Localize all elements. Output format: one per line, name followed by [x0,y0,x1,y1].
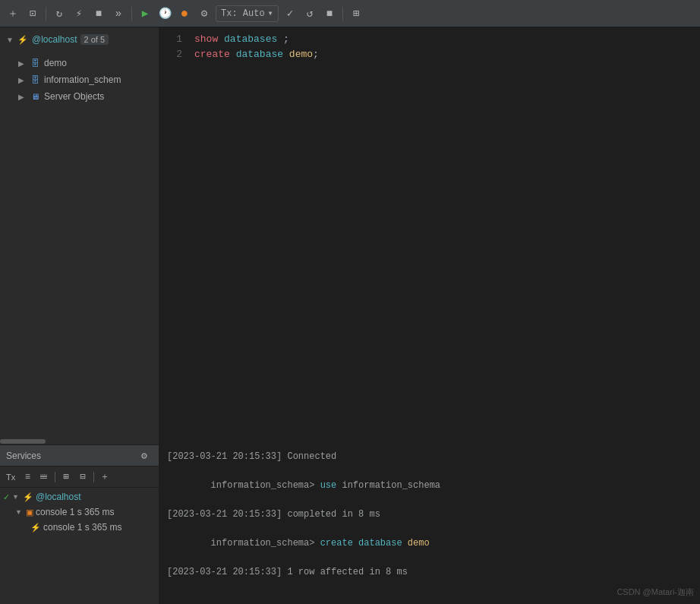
demo-label: demo [44,58,67,68]
sidebar-scrollbar[interactable] [0,438,159,444]
console-prompt-2: information_schema> [211,538,320,549]
toolbar-sep-2 [131,7,132,21]
more-button[interactable]: » [110,5,127,22]
line-num-2: 2 [159,47,182,62]
add-button[interactable]: ＋ [5,5,21,22]
svc-console-child-label: console 1 s 365 ms [43,522,121,533]
layout-button[interactable]: ⊟ [75,470,90,485]
sidebar-scrollbar-thumb [0,439,46,444]
console-content[interactable]: [2023-03-21 20:15:33] Connected informat… [159,445,700,604]
record-button[interactable]: ● [176,5,193,22]
stop2-button[interactable]: ■ [321,5,338,22]
console-db-name: demo [402,538,430,549]
console-rest-1: information_schema [336,480,440,491]
server-icon: 🖥 [29,90,41,103]
code-line-2: ✓ create database demo; [194,47,692,62]
align-top-button[interactable]: ≡ [20,470,35,485]
svc-host-label: @localhost [36,492,81,502]
console-kw-use: use [320,480,337,491]
host-label: @localhost [32,34,77,45]
tree-area: ▶ 🗄 demo ▶ 🗄 information_schem ▶ 🖥 Serve… [0,52,159,438]
code-databases: databases [224,32,277,47]
db-icon-info: 🗄 [29,74,41,86]
code-line-1: show databases ; [194,32,692,47]
host-arrow: ▼ [6,36,15,44]
services-tree: ✓ ▼ ⚡ @localhost ▼ ▣ console 1 s 365 ms … [0,488,159,604]
check-button[interactable]: ✓ [282,5,298,22]
run-button[interactable]: ▶ [137,5,153,22]
console-prompt-1: information_schema> [211,480,320,491]
db-icon-demo: 🗄 [29,57,41,69]
toolbar-sep-1 [46,7,46,21]
svc-console-child-item[interactable]: ⚡ console 1 s 365 ms [0,520,159,535]
server-objects-label: Server Objects [44,91,104,102]
refresh-button[interactable]: ↻ [51,5,68,22]
services-panel: Services ⚙ Tx ≡ ⩸ ⊞ ⊟ ＋ ✓ ▼ ⚡ @localhost… [0,445,159,604]
grid-button[interactable]: ⊡ [24,5,41,22]
info-schema-arrow: ▶ [18,76,27,84]
svc-console-arrow: ▼ [15,508,24,516]
console-panel: [2023-03-21 20:15:33] Connected informat… [159,445,700,604]
svc-check-icon: ✓ [3,492,10,502]
tx-dropdown[interactable]: Tx: Auto ▾ [216,5,279,22]
console-line-4: information_schema> create database demo [167,522,692,565]
host-icon: ⚡ [17,33,29,46]
host-item[interactable]: ▼ ⚡ @localhost 2 of 5 [6,33,109,46]
svc-host-arrow: ▼ [12,493,21,501]
demo-arrow: ▶ [18,59,27,68]
code-show: show [194,32,218,47]
console-line-2: information_schema> use information_sche… [167,464,692,508]
svc-console-item[interactable]: ▼ ▣ console 1 s 365 ms [0,504,159,520]
services-gear-button[interactable]: ⚙ [136,447,153,464]
svc-console-child-icon: ⚡ [30,523,41,533]
code-database: database [236,47,283,62]
tree-item-server-objects[interactable]: ▶ 🖥 Server Objects [0,88,159,105]
services-title: Services [6,451,41,461]
gear-button[interactable]: ⚙ [196,5,213,22]
svc-sep-1 [55,472,55,482]
watermark: CSDN @Matari-迦南 [616,587,694,598]
stop-button[interactable]: ■ [90,5,107,22]
server-objects-arrow: ▶ [18,93,27,101]
info-schema-label: information_schem [44,74,121,85]
tree-item-demo[interactable]: ▶ 🗄 demo [0,55,159,71]
main-area: ▼ ⚡ @localhost 2 of 5 ▶ 🗄 demo ▶ 🗄 infor… [0,27,700,444]
sidebar: ▼ ⚡ @localhost 2 of 5 ▶ 🗄 demo ▶ 🗄 infor… [0,27,159,444]
host-badge: 2 of 5 [80,34,109,45]
console-line-5: [2023-03-21 20:15:33] 1 row affected in … [167,565,692,580]
add-svc-button[interactable]: ＋ [97,470,112,485]
split-button[interactable]: ⊞ [58,470,74,485]
editor-content[interactable]: 1 2 show databases ; ✓ create database d… [159,27,700,444]
svc-console-label: console 1 s 365 ms [36,507,114,517]
tx-label: Tx: Auto [221,8,265,19]
code-demo: demo [289,47,313,62]
services-header: Services ⚙ [0,445,159,466]
svc-host-item[interactable]: ✓ ▼ ⚡ @localhost [0,489,159,504]
code-semicolon-2: ; [313,47,319,62]
grid2-button[interactable]: ⊞ [348,5,364,22]
editor-area: 1 2 show databases ; ✓ create database d… [159,27,700,444]
services-toolbar: Tx ≡ ⩸ ⊞ ⊟ ＋ [0,466,159,488]
clock-button[interactable]: 🕐 [156,5,173,22]
main-toolbar: ＋ ⊡ ↻ ⚡ ■ » ▶ 🕐 ● ⚙ Tx: Auto ▾ ✓ ↺ ■ ⊞ [0,0,700,27]
svc-sep-2 [93,472,94,482]
tree-item-info-schema[interactable]: ▶ 🗄 information_schem [0,71,159,88]
tx-label-svc: Tx [3,473,18,482]
svc-host-icon: ⚡ [23,492,33,502]
code-create: create [194,47,230,62]
toolbar-sep-3 [342,7,343,21]
line-numbers: 1 2 [159,27,187,444]
sidebar-header: ▼ ⚡ @localhost 2 of 5 [0,27,159,52]
svc-console-icon: ▣ [26,508,33,517]
console-line-3: [2023-03-21 20:15:33] completed in 8 ms [167,508,692,522]
undo-button[interactable]: ↺ [301,5,318,22]
code-semicolon-1: ; [283,32,289,47]
line-num-1: 1 [159,32,182,47]
console-line-1: [2023-03-21 20:15:33] Connected [167,450,692,464]
script-button[interactable]: ⚡ [71,5,87,22]
chevron-down-icon: ▾ [268,8,273,19]
code-content[interactable]: show databases ; ✓ create database demo; [187,27,700,444]
bottom-section: Services ⚙ Tx ≡ ⩸ ⊞ ⊟ ＋ ✓ ▼ ⚡ @localhost… [0,444,700,604]
console-kw-create: create database [320,538,402,549]
align-bottom-button[interactable]: ⩸ [36,470,52,485]
